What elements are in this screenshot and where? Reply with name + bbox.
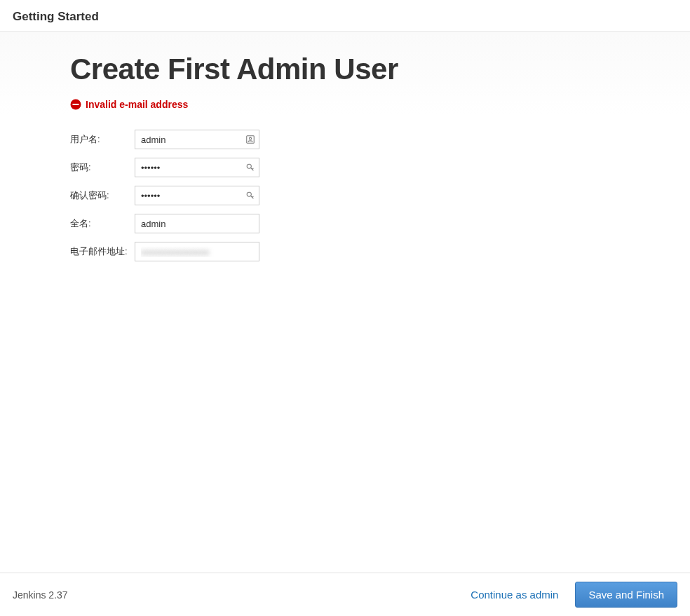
footer: Jenkins 2.37 Continue as admin Save and …: [0, 573, 690, 616]
fullname-label: 全名:: [70, 214, 135, 233]
confirm-password-label: 确认密码:: [70, 186, 135, 205]
footer-version: Jenkins 2.37: [13, 589, 68, 601]
page-title: Create First Admin User: [70, 53, 620, 86]
content-area: Create First Admin User Invalid e-mail a…: [0, 32, 690, 573]
email-input[interactable]: [135, 242, 259, 261]
svg-rect-1: [73, 104, 79, 105]
main-content: Create First Admin User Invalid e-mail a…: [0, 53, 690, 270]
email-label: 电子邮件地址:: [70, 242, 135, 261]
username-input[interactable]: [135, 130, 259, 149]
form-row-fullname: 全名:: [70, 214, 259, 233]
password-input[interactable]: [135, 158, 259, 177]
confirm-password-input[interactable]: [135, 186, 259, 205]
fullname-input[interactable]: [135, 214, 259, 233]
header-title: Getting Started: [13, 10, 677, 24]
password-label: 密码:: [70, 158, 135, 177]
save-and-finish-button[interactable]: Save and Finish: [575, 582, 677, 608]
form-table: 用户名: 密码:: [70, 121, 259, 270]
page-header: Getting Started: [0, 0, 690, 32]
form-row-confirm-password: 确认密码:: [70, 186, 259, 205]
error-text: Invalid e-mail address: [86, 99, 188, 110]
error-icon: [70, 99, 81, 110]
form-row-email: 电子邮件地址:: [70, 242, 259, 261]
continue-as-admin-button[interactable]: Continue as admin: [468, 583, 561, 606]
error-message: Invalid e-mail address: [70, 99, 620, 110]
footer-actions: Continue as admin Save and Finish: [468, 582, 677, 608]
username-label: 用户名:: [70, 130, 135, 149]
form-row-password: 密码:: [70, 158, 259, 177]
form-row-username: 用户名:: [70, 130, 259, 149]
